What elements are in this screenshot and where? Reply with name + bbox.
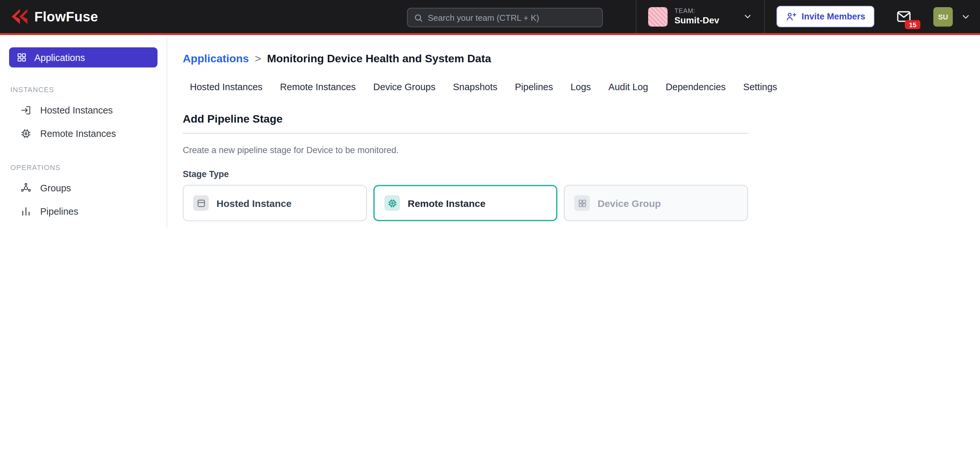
stage-type-remote-instance[interactable]: Remote Instance [373, 185, 557, 221]
sidebar-item-label: Groups [40, 183, 71, 193]
sidebar-section-operations: OPERATIONS [10, 163, 167, 171]
device-group-icon [574, 195, 590, 211]
tab-audit-log[interactable]: Audit Log [608, 82, 648, 92]
add-pipeline-stage-form: Add Pipeline Stage Create a new pipeline… [183, 113, 749, 228]
sidebar-section-instances: INSTANCES [10, 86, 167, 93]
breadcrumb-applications-link[interactable]: Applications [183, 53, 249, 65]
chevron-down-icon [743, 12, 752, 21]
breadcrumb-separator: > [255, 53, 261, 65]
tab-dependencies[interactable]: Dependencies [666, 82, 725, 92]
sidebar-item-label: Pipelines [40, 206, 78, 217]
stage-type-label: Stage Type [183, 169, 749, 179]
stage-type-label: Device Group [598, 198, 661, 209]
team-selector[interactable]: TEAM: Sumit-Dev [636, 0, 765, 33]
team-avatar [649, 7, 668, 26]
pipelines-icon [20, 206, 32, 217]
invite-members-button[interactable]: Invite Members [776, 6, 874, 27]
tab-remote-instances[interactable]: Remote Instances [280, 82, 356, 92]
user-plus-icon [785, 11, 796, 22]
sidebar: Applications INSTANCES Hosted Instances … [0, 37, 167, 228]
sidebar-item-applications[interactable]: Applications [9, 47, 158, 67]
brand[interactable]: FlowFuse [9, 8, 98, 25]
brand-name: FlowFuse [34, 9, 98, 24]
sidebar-item-remote-instances[interactable]: Remote Instances [0, 122, 167, 145]
tab-bar: Hosted Instances Remote Instances Device… [183, 82, 980, 92]
tab-pipelines[interactable]: Pipelines [515, 82, 553, 92]
sidebar-item-label: Applications [34, 52, 85, 62]
page-title: Monitoring Device Health and System Data [267, 53, 491, 65]
groups-icon [20, 182, 32, 194]
sidebar-item-groups[interactable]: Groups [0, 177, 167, 200]
team-label: TEAM: [675, 7, 719, 15]
team-meta: TEAM: Sumit-Dev [675, 7, 719, 26]
tab-device-groups[interactable]: Device Groups [373, 82, 436, 92]
sidebar-item-label: Remote Instances [40, 128, 116, 139]
form-title: Add Pipeline Stage [183, 113, 749, 134]
user-menu-chevron-icon[interactable] [961, 11, 971, 22]
user-avatar[interactable]: SU [933, 7, 953, 26]
stage-type-device-group: Device Group [564, 185, 748, 221]
tab-hosted-instances[interactable]: Hosted Instances [190, 82, 262, 92]
hosted-instances-icon [20, 104, 32, 116]
sidebar-item-pipelines[interactable]: Pipelines [0, 200, 167, 223]
sidebar-item-bill-of-materials[interactable]: Bill Of Materials [0, 223, 167, 228]
top-navbar: FlowFuse TEAM: Sumit-Dev [0, 0, 980, 35]
remote-instance-icon [384, 195, 400, 211]
flowfuse-logo-icon [9, 8, 29, 25]
notification-badge: 15 [905, 20, 920, 29]
search-icon [414, 13, 423, 22]
tab-snapshots[interactable]: Snapshots [453, 82, 498, 92]
form-description: Create a new pipeline stage for Device t… [183, 145, 749, 155]
applications-grid-icon [16, 52, 27, 63]
sidebar-item-hosted-instances[interactable]: Hosted Instances [0, 99, 167, 122]
navbar-right: TEAM: Sumit-Dev Invite Members [636, 0, 971, 33]
tab-settings[interactable]: Settings [743, 82, 777, 92]
invite-members-label: Invite Members [802, 12, 865, 21]
search-input[interactable] [428, 13, 596, 22]
sidebar-item-label: Hosted Instances [40, 105, 113, 115]
page: FlowFuse TEAM: Sumit-Dev [0, 0, 980, 228]
team-search[interactable] [407, 8, 603, 27]
hosted-instance-icon [193, 195, 209, 211]
stage-type-hosted-instance[interactable]: Hosted Instance [183, 185, 367, 221]
notifications-button[interactable]: 15 [895, 8, 913, 25]
tab-logs[interactable]: Logs [570, 82, 591, 92]
stage-type-label: Hosted Instance [216, 198, 292, 209]
stage-type-label: Remote Instance [408, 198, 485, 209]
breadcrumb: Applications > Monitoring Device Health … [183, 53, 980, 65]
main-content: Applications > Monitoring Device Health … [167, 37, 980, 228]
team-name: Sumit-Dev [675, 15, 719, 26]
remote-instances-chip-icon [20, 128, 32, 139]
stage-type-options: Hosted Instance Remote Instance [183, 185, 749, 221]
